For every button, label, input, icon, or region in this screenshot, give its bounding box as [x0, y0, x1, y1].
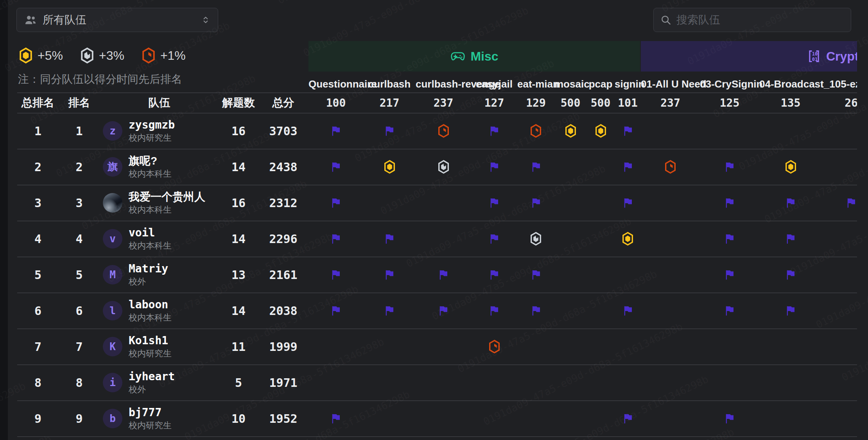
solve-cell[interactable] — [700, 221, 759, 257]
team-row[interactable]: 66llaboon校内本科生142038 — [17, 293, 857, 329]
solve-cell[interactable] — [586, 113, 615, 149]
solve-cell[interactable] — [517, 113, 554, 149]
third-blood-icon[interactable] — [438, 124, 450, 138]
solve-cell[interactable] — [759, 149, 822, 185]
solve-cell[interactable] — [517, 221, 554, 257]
third-blood-icon[interactable] — [530, 124, 542, 138]
second-blood-icon[interactable] — [530, 232, 542, 246]
flag-icon[interactable] — [330, 269, 342, 281]
solve-cell[interactable] — [517, 257, 554, 293]
solve-cell[interactable] — [471, 113, 517, 149]
flag-icon[interactable] — [384, 305, 395, 317]
solve-cell[interactable] — [700, 257, 759, 293]
flag-icon[interactable] — [330, 197, 342, 209]
solve-cell[interactable] — [700, 293, 759, 329]
team-filter-select[interactable]: 所有队伍 — [16, 8, 218, 32]
flag-icon[interactable] — [622, 197, 634, 209]
flag-icon[interactable] — [622, 305, 634, 317]
solve-cell[interactable] — [517, 185, 554, 221]
flag-icon[interactable] — [724, 269, 735, 281]
solve-cell[interactable] — [308, 221, 363, 257]
solve-cell[interactable] — [615, 293, 641, 329]
team-row[interactable]: 77KKo1sh1校内研究生111999 — [17, 329, 857, 365]
solve-cell[interactable] — [416, 257, 471, 293]
solve-cell[interactable] — [700, 185, 759, 221]
solve-cell[interactable] — [308, 185, 363, 221]
flag-icon[interactable] — [330, 305, 342, 317]
flag-icon[interactable] — [488, 233, 500, 245]
flag-icon[interactable] — [785, 269, 796, 281]
solve-cell[interactable] — [308, 401, 363, 436]
team-row[interactable]: 99bbj777校内研究生101952 — [17, 401, 857, 436]
solve-cell[interactable] — [759, 185, 822, 221]
team-row[interactable]: 55MMatriy校外132161 — [17, 257, 857, 293]
solve-cell[interactable] — [308, 293, 363, 329]
first-blood-icon[interactable] — [622, 232, 634, 246]
solve-cell[interactable] — [363, 113, 416, 149]
solve-cell[interactable] — [363, 293, 416, 329]
flag-icon[interactable] — [330, 233, 342, 245]
flag-icon[interactable] — [488, 197, 500, 209]
solve-cell[interactable] — [471, 257, 517, 293]
flag-icon[interactable] — [785, 233, 796, 245]
first-blood-icon[interactable] — [384, 160, 396, 174]
solve-cell[interactable] — [517, 293, 554, 329]
flag-icon[interactable] — [530, 269, 542, 281]
solve-cell[interactable] — [471, 293, 517, 329]
flag-icon[interactable] — [530, 305, 542, 317]
third-blood-icon[interactable] — [142, 47, 156, 64]
solve-cell[interactable] — [641, 149, 700, 185]
solve-cell[interactable] — [308, 113, 363, 149]
solve-cell[interactable] — [759, 293, 822, 329]
second-blood-icon[interactable] — [438, 160, 450, 174]
third-blood-icon[interactable] — [664, 160, 676, 174]
solve-cell[interactable] — [416, 293, 471, 329]
team-search-input[interactable] — [676, 14, 845, 26]
solve-cell[interactable] — [700, 401, 759, 436]
flag-icon[interactable] — [724, 233, 735, 245]
flag-icon[interactable] — [724, 197, 735, 209]
flag-icon[interactable] — [724, 413, 735, 424]
solve-cell[interactable] — [363, 149, 416, 185]
solve-cell[interactable] — [471, 149, 517, 185]
solve-cell[interactable] — [471, 221, 517, 257]
solve-cell[interactable] — [363, 257, 416, 293]
flag-icon[interactable] — [785, 305, 796, 317]
flag-icon[interactable] — [622, 125, 634, 137]
flag-icon[interactable] — [622, 413, 634, 424]
first-blood-icon[interactable] — [785, 160, 797, 174]
solve-cell[interactable] — [554, 113, 586, 149]
flag-icon[interactable] — [384, 269, 395, 281]
flag-icon[interactable] — [384, 233, 395, 245]
flag-icon[interactable] — [384, 125, 395, 137]
flag-icon[interactable] — [330, 413, 342, 424]
flag-icon[interactable] — [724, 161, 735, 173]
solve-cell[interactable] — [363, 221, 416, 257]
flag-icon[interactable] — [488, 161, 500, 173]
third-blood-icon[interactable] — [488, 340, 500, 354]
solve-cell[interactable] — [615, 113, 641, 149]
solve-cell[interactable] — [308, 149, 363, 185]
solve-cell[interactable] — [615, 401, 641, 436]
solve-cell[interactable] — [759, 221, 822, 257]
first-blood-icon[interactable] — [565, 124, 577, 138]
solve-cell[interactable] — [416, 149, 471, 185]
flag-icon[interactable] — [724, 305, 735, 317]
team-row[interactable]: 11zzysgmzb校内研究生163703 — [17, 113, 857, 149]
solve-cell[interactable] — [822, 185, 857, 221]
solve-cell[interactable] — [517, 149, 554, 185]
first-blood-icon[interactable] — [19, 47, 33, 64]
solve-cell[interactable] — [471, 185, 517, 221]
solve-cell[interactable] — [615, 221, 641, 257]
flag-icon[interactable] — [330, 161, 342, 173]
flag-icon[interactable] — [488, 269, 500, 281]
flag-icon[interactable] — [845, 197, 857, 209]
team-row[interactable]: 33我爱一个贵州人校内本科生162312 — [17, 185, 857, 221]
solve-cell[interactable] — [471, 329, 517, 365]
solve-cell[interactable] — [759, 257, 822, 293]
flag-icon[interactable] — [530, 161, 542, 173]
flag-icon[interactable] — [785, 197, 796, 209]
solve-cell[interactable] — [615, 149, 641, 185]
solve-cell[interactable] — [416, 113, 471, 149]
solve-cell[interactable] — [308, 257, 363, 293]
